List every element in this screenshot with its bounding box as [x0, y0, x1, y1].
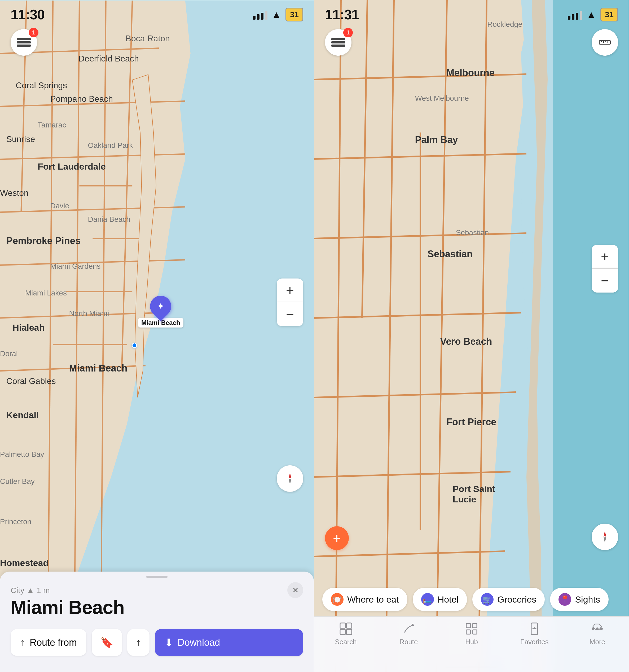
add-icon: +: [333, 530, 341, 546]
right-phone-screen: Rockledge Melbourne West Melbourne Palm …: [314, 0, 629, 672]
city-label-davie: Davie: [50, 202, 69, 210]
battery-left: 31: [285, 8, 303, 21]
city-palm-bay: Palm Bay: [415, 134, 458, 145]
city-label-north-miami: North Miami: [69, 309, 109, 318]
zoom-controls-left: + −: [277, 279, 303, 326]
city-meta: City ▲ 1 m: [10, 586, 303, 595]
svg-rect-17: [17, 38, 31, 40]
sights-emoji: 📍: [560, 595, 569, 604]
bottom-sheet: ✕ City ▲ 1 m Miami Beach ↑ Route from 🔖 …: [0, 572, 314, 672]
tab-search-label: Search: [335, 638, 356, 646]
signal-bar-r3: [576, 13, 578, 20]
route-tab-icon: [402, 622, 416, 636]
compass-right[interactable]: [591, 524, 618, 550]
chip-icon-sights: 📍: [559, 593, 571, 606]
svg-marker-21: [289, 479, 291, 485]
compass-icon-right: [598, 530, 611, 544]
zoom-out-right[interactable]: −: [591, 269, 618, 292]
signal-bars-left: [253, 9, 267, 20]
status-icons-left: ▲ 31: [253, 8, 303, 21]
chip-icon-hotel: 🛏️: [421, 593, 434, 606]
city-label-cutler: Cutler Bay: [0, 477, 35, 486]
city-label-coral-springs: Coral Springs: [16, 80, 67, 90]
chip-icon-eat: 🍽️: [331, 593, 344, 606]
close-button[interactable]: ✕: [287, 582, 303, 598]
action-row: ↑ Route from 🔖 ↑ ⬇ Download: [10, 629, 303, 656]
chip-where-to-eat[interactable]: 🍽️ Where to eat: [322, 588, 407, 611]
zoom-in-left[interactable]: +: [277, 279, 303, 302]
city-label-miami-gardens: Miami Gardens: [50, 262, 100, 270]
city-label-palmetto: Palmetto Bay: [0, 450, 44, 459]
zoom-out-left[interactable]: −: [277, 302, 303, 326]
status-bar-left: 11:30 ▲ 31: [0, 0, 314, 24]
chip-groceries[interactable]: 🛒 Groceries: [472, 588, 545, 611]
svg-rect-18: [17, 41, 31, 44]
compass-icon-left: [283, 472, 297, 485]
tab-route[interactable]: Route: [377, 622, 440, 646]
hub-tab-icon: [465, 622, 479, 636]
layers-button-right[interactable]: 1: [325, 29, 351, 56]
city-label-pompano: Pompano Beach: [50, 94, 113, 104]
city-label-ftlauderdale: Fort Lauderdale: [38, 161, 106, 172]
city-info: City ▲ 1 m Miami Beach: [10, 586, 303, 618]
city-label-pembroke: Pembroke Pines: [6, 235, 80, 246]
signal-bars-right: [568, 9, 582, 20]
svg-rect-47: [340, 623, 345, 628]
eat-emoji: 🍽️: [333, 595, 342, 604]
signal-bar-3: [261, 13, 263, 20]
chip-sights[interactable]: 📍 Sights: [550, 588, 609, 611]
tab-hub-label: Hub: [465, 638, 478, 646]
tab-route-label: Route: [399, 638, 418, 646]
signal-bar-r2: [572, 14, 575, 20]
layers-icon-left: [17, 35, 31, 49]
layers-button-left[interactable]: 1: [10, 29, 37, 56]
route-from-label: Route from: [30, 637, 77, 648]
download-label: Download: [178, 637, 220, 648]
city-label-homestead: Homestead: [0, 558, 48, 568]
share-button[interactable]: ↑: [127, 629, 149, 656]
status-icons-right: ▲ 31: [568, 8, 618, 21]
compass-left[interactable]: [277, 465, 303, 492]
city-label-dania: Dania Beach: [88, 215, 131, 224]
city-sebastian: Sebastian: [427, 248, 473, 260]
signal-bar-r4: [580, 11, 582, 20]
download-button[interactable]: ⬇ Download: [155, 629, 303, 656]
svg-rect-54: [466, 630, 470, 634]
battery-right: 31: [600, 8, 618, 21]
tab-hub[interactable]: Hub: [440, 622, 503, 646]
route-from-button[interactable]: ↑ Route from: [10, 629, 87, 656]
svg-rect-39: [331, 45, 345, 47]
download-icon: ⬇: [164, 637, 173, 649]
sheet-handle: [146, 576, 167, 578]
city-label-tamarac: Tamarac: [38, 121, 66, 129]
tab-more-label: More: [589, 638, 605, 646]
chip-icon-groceries: 🛒: [481, 593, 493, 606]
city-label-doral: Doral: [0, 350, 18, 358]
chip-hotel[interactable]: 🛏️ Hotel: [413, 588, 467, 611]
city-sebastian-small: Sebastian: [456, 229, 489, 237]
city-vero-beach: Vero Beach: [440, 336, 492, 347]
layers-badge-right: 1: [343, 28, 353, 38]
add-button[interactable]: +: [325, 526, 349, 550]
city-label-princeton: Princeton: [0, 518, 31, 526]
svg-rect-19: [17, 45, 31, 47]
ruler-button[interactable]: [591, 29, 618, 56]
svg-marker-57: [531, 627, 538, 629]
svg-marker-45: [604, 531, 606, 537]
more-tab-icon: [590, 622, 604, 636]
zoom-in-right[interactable]: +: [591, 245, 618, 269]
svg-rect-48: [346, 623, 352, 628]
tab-more[interactable]: More: [566, 622, 629, 646]
signal-bar-2: [257, 14, 259, 20]
bookmark-button[interactable]: 🔖: [92, 629, 122, 656]
tab-favorites[interactable]: Favorites: [503, 622, 566, 646]
city-fort-pierce: Fort Pierce: [446, 416, 496, 428]
time-left: 11:30: [10, 7, 45, 23]
layers-icon-right: [331, 35, 345, 49]
groceries-emoji: 🛒: [483, 595, 492, 604]
svg-rect-38: [331, 41, 345, 44]
chip-label-eat: Where to eat: [347, 594, 399, 605]
tab-search[interactable]: Search: [314, 622, 377, 646]
city-west-melbourne: West Melbourne: [415, 94, 469, 102]
tab-favorites-label: Favorites: [520, 638, 549, 646]
